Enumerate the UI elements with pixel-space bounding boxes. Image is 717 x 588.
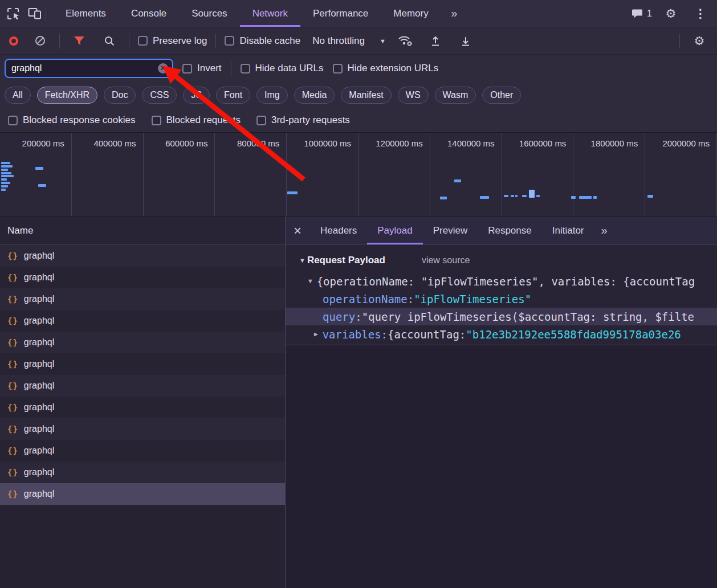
payload-row-query[interactable]: query: "query ipFlowTimeseries($accountT…	[286, 308, 717, 325]
request-timing-bar[interactable]	[515, 195, 518, 197]
request-timing-bar[interactable]	[440, 197, 447, 199]
request-timing-bar[interactable]	[1, 169, 8, 171]
request-timing-bar[interactable]	[536, 195, 540, 197]
details-more-tabs-icon[interactable]: »	[594, 224, 614, 237]
request-timing-bar[interactable]	[571, 196, 576, 199]
payload-row-operationname[interactable]: operationName: "ipFlowTimeseries"	[286, 290, 717, 308]
request-row[interactable]: {}graphql	[0, 310, 285, 332]
request-row[interactable]: {}graphql	[0, 440, 285, 462]
export-har-icon[interactable]	[455, 31, 476, 51]
chip-css[interactable]: CSS	[142, 87, 177, 104]
record-network-log-button[interactable]	[9, 36, 18, 46]
network-conditions-icon[interactable]	[394, 31, 416, 51]
chip-other[interactable]: Other	[482, 87, 521, 104]
console-messages-button[interactable]: 1	[632, 9, 652, 19]
tab-memory[interactable]: Memory	[381, 0, 441, 27]
request-row[interactable]: {}graphql	[0, 375, 285, 397]
tab-performance[interactable]: Performance	[300, 0, 381, 27]
request-timing-bar[interactable]	[593, 196, 597, 199]
request-timing-bar[interactable]	[1, 182, 10, 184]
tab-elements[interactable]: Elements	[53, 0, 119, 27]
import-har-icon[interactable]	[425, 31, 446, 51]
chip-manifest[interactable]: Manifest	[341, 87, 391, 104]
payload-row-variables[interactable]: ▶variables: {accountTag: "b12e3b2192ee55…	[286, 325, 717, 343]
request-row[interactable]: {}graphql	[0, 462, 285, 483]
chip-img[interactable]: Img	[256, 87, 288, 104]
expand-triangle-icon[interactable]: ▶	[314, 330, 318, 338]
request-timing-bar[interactable]	[522, 195, 527, 197]
view-source-link[interactable]: view source	[422, 255, 470, 266]
tab-sources[interactable]: Sources	[179, 0, 239, 27]
request-timing-bar[interactable]	[1, 172, 11, 174]
request-timing-bar[interactable]	[287, 191, 298, 194]
details-tab-headers[interactable]: Headers	[310, 217, 367, 244]
chip-fetch-xhr[interactable]: Fetch/XHR	[37, 87, 97, 104]
waterfall-overview[interactable]: 200000 ms400000 ms600000 ms800000 ms1000…	[0, 132, 717, 217]
inspect-element-icon[interactable]	[2, 3, 24, 24]
request-timing-bar[interactable]	[35, 167, 43, 170]
clear-filter-icon[interactable]: ✕	[158, 63, 168, 74]
blocked-response-cookies-checkbox[interactable]	[8, 116, 18, 125]
tab-network[interactable]: Network	[240, 0, 300, 27]
hide-extension-urls-checkbox-group[interactable]: Hide extension URLs	[333, 63, 439, 74]
collapse-triangle-icon[interactable]: ▼	[299, 257, 305, 264]
throttling-select[interactable]: No throttling ▼	[312, 35, 386, 47]
close-icon[interactable]: ×	[286, 224, 310, 238]
request-row[interactable]: {}graphql	[0, 332, 285, 353]
third-party-requests-group[interactable]: 3rd-party requests	[256, 115, 350, 126]
payload-summary-row[interactable]: ▼ {operationName: "ipFlowTimeseries", va…	[286, 272, 717, 290]
request-timing-bar[interactable]	[1, 178, 7, 181]
collapse-triangle-icon[interactable]: ▼	[308, 277, 312, 285]
chip-js[interactable]: JS	[183, 87, 210, 104]
clear-network-log-icon[interactable]	[29, 31, 51, 51]
details-tab-preview[interactable]: Preview	[423, 217, 478, 244]
request-row[interactable]: {}graphql	[0, 353, 285, 375]
more-tabs-icon[interactable]: »	[443, 3, 465, 24]
hide-data-urls-checkbox[interactable]	[241, 64, 250, 74]
chip-font[interactable]: Font	[216, 87, 250, 104]
request-timing-bar[interactable]	[38, 184, 46, 187]
preserve-log-checkbox[interactable]	[138, 36, 148, 46]
chip-ws[interactable]: WS	[398, 87, 429, 104]
chip-all[interactable]: All	[5, 87, 31, 104]
chip-media[interactable]: Media	[294, 87, 335, 104]
blocked-response-cookies-group[interactable]: Blocked response cookies	[8, 115, 136, 126]
request-timing-bar[interactable]	[1, 175, 14, 177]
request-timing-bar[interactable]	[529, 190, 535, 198]
chip-wasm[interactable]: Wasm	[435, 87, 476, 104]
request-row[interactable]: {}graphql	[0, 397, 285, 418]
hide-extension-urls-checkbox[interactable]	[333, 64, 343, 74]
request-timing-bar[interactable]	[647, 195, 653, 198]
details-tab-payload[interactable]: Payload	[367, 217, 422, 244]
search-icon[interactable]	[99, 31, 120, 51]
name-column-header[interactable]: Name	[0, 217, 285, 245]
device-toolbar-icon[interactable]	[24, 3, 46, 24]
request-timing-bar[interactable]	[1, 185, 8, 187]
filter-input[interactable]	[5, 59, 173, 78]
request-timing-bar[interactable]	[579, 196, 592, 199]
chip-doc[interactable]: Doc	[104, 87, 136, 104]
preserve-log-checkbox-group[interactable]: Preserve log	[138, 35, 207, 47]
hide-data-urls-checkbox-group[interactable]: Hide data URLs	[241, 63, 324, 74]
kebab-menu-icon[interactable]: ⋮	[690, 3, 711, 24]
request-timing-bar[interactable]	[1, 162, 10, 164]
disable-cache-checkbox-group[interactable]: Disable cache	[225, 35, 300, 47]
disable-cache-checkbox[interactable]	[225, 36, 234, 46]
blocked-requests-checkbox[interactable]	[152, 116, 161, 125]
tab-console[interactable]: Console	[119, 0, 179, 27]
invert-checkbox-group[interactable]: Invert	[182, 63, 222, 74]
third-party-requests-checkbox[interactable]	[256, 116, 266, 125]
request-row[interactable]: {}graphql	[0, 245, 285, 267]
request-timing-bar[interactable]	[1, 165, 13, 168]
request-row[interactable]: {}graphql	[0, 288, 285, 310]
request-timing-bar[interactable]	[480, 196, 489, 199]
request-row[interactable]: {}graphql	[0, 418, 285, 440]
request-timing-bar[interactable]	[504, 195, 508, 197]
blocked-requests-group[interactable]: Blocked requests	[152, 115, 241, 126]
details-tab-initiator[interactable]: Initiator	[542, 217, 594, 244]
request-timing-bar[interactable]	[1, 189, 6, 191]
network-settings-gear-icon[interactable]: ⚙	[689, 31, 710, 51]
request-row[interactable]: {}graphql	[0, 267, 285, 288]
request-row[interactable]: {}graphql	[0, 483, 285, 505]
details-tab-response[interactable]: Response	[478, 217, 542, 244]
